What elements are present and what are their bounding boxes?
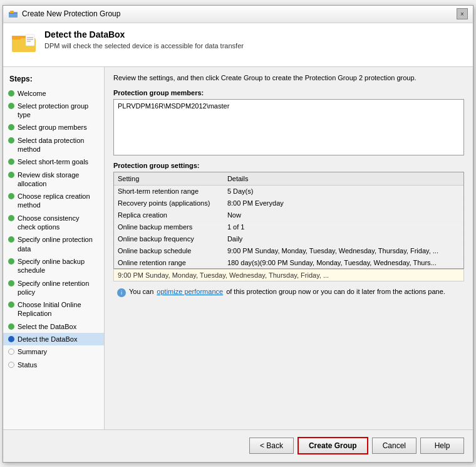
- sidebar-item-detect-the-databox[interactable]: Detect the DataBox: [3, 333, 104, 345]
- step-label-ccco: Choose consistency check options: [18, 214, 99, 232]
- main-content: Steps: Welcome Select protection group t…: [3, 67, 473, 429]
- step-dot-crcm: [8, 193, 14, 199]
- svg-rect-6: [26, 34, 34, 46]
- members-box: PLRVDPM16R\MSDPM2012\master: [113, 99, 464, 155]
- table-row: Replica creation Now: [114, 209, 463, 221]
- sidebar-item-welcome[interactable]: Welcome: [3, 87, 104, 100]
- details-cell: 1 of 1: [224, 221, 463, 233]
- step-label-crcm: Choose replica creation method: [18, 192, 99, 210]
- step-dot-rdsa: [8, 172, 14, 178]
- help-button[interactable]: Help: [420, 438, 464, 454]
- header-title: Detect the DataBox: [44, 29, 244, 39]
- step-label-sgm: Select group members: [18, 123, 87, 132]
- step-dot-stdb: [8, 323, 14, 330]
- step-label-summary: Summary: [18, 347, 47, 356]
- sidebar-item-review-disk-storage[interactable]: Review disk storage allocation: [3, 169, 104, 191]
- tooltip-text: 9:00 PM Sunday, Monday, Tuesday, Wednesd…: [118, 271, 329, 279]
- svg-rect-5: [12, 36, 21, 39]
- step-dot-sdpm: [8, 137, 14, 144]
- sidebar-item-specify-online-backup-schedule[interactable]: Specify online backup schedule: [3, 255, 104, 277]
- step-label-welcome: Welcome: [18, 89, 46, 98]
- title-bar: Create New Protection Group ×: [3, 6, 473, 23]
- table-row: Online retention range 180 day(s)(9:00 P…: [114, 256, 463, 268]
- step-label-sorp: Specify online retention policy: [18, 279, 99, 297]
- details-cell: 180 day(s)(9:00 PM Sunday, Monday, Tuesd…: [224, 256, 463, 268]
- setting-cell: Recovery points (applications): [114, 197, 224, 209]
- close-button[interactable]: ×: [457, 8, 468, 19]
- table-row: Online backup members 1 of 1: [114, 221, 463, 233]
- step-dot-sobs: [8, 258, 14, 265]
- col-header-details: Details: [224, 172, 463, 186]
- back-button[interactable]: < Back: [249, 438, 294, 454]
- step-label-sobs: Specify online backup schedule: [18, 257, 99, 275]
- step-label-spgt: Select protection group type: [18, 102, 99, 120]
- step-dot-summary: [8, 349, 14, 355]
- optimize-performance-link[interactable]: optimize performance: [157, 288, 223, 295]
- info-text-suffix: of this protection group now or you can …: [226, 288, 445, 295]
- sidebar-item-select-data-protection-method[interactable]: Select data protection method: [3, 134, 104, 156]
- sidebar-item-specify-online-retention[interactable]: Specify online retention policy: [3, 277, 104, 299]
- step-dot-sstg: [8, 159, 14, 165]
- svg-rect-2: [9, 13, 18, 14]
- step-label-rdsa: Review disk storage allocation: [18, 171, 99, 189]
- header-section: Detect the DataBox DPM will check the se…: [3, 23, 473, 67]
- info-text-prefix: You can: [129, 288, 153, 295]
- step-label-sopd: Specify online protection data: [18, 235, 99, 253]
- dialog-title: Create New Protection Group: [22, 9, 120, 18]
- svg-rect-1: [10, 11, 14, 13]
- setting-cell: Online backup schedule: [114, 244, 224, 256]
- step-label-stdb: Select the DataBox: [18, 322, 76, 331]
- sidebar-item-specify-online-protection[interactable]: Specify online protection data: [3, 233, 104, 255]
- steps-label: Steps:: [3, 72, 104, 87]
- setting-cell: Online backup frequency: [114, 233, 224, 244]
- sidebar-item-select-the-databox[interactable]: Select the DataBox: [3, 320, 104, 333]
- details-cell: 8:00 PM Everyday: [224, 197, 463, 209]
- table-row: Short-term retention range 5 Day(s): [114, 185, 463, 197]
- step-dot-sopd: [8, 236, 14, 243]
- sidebar-item-select-short-term-goals[interactable]: Select short-term goals: [3, 155, 104, 168]
- sidebar-item-choose-initial-online-replication[interactable]: Choose Initial Online Replication: [3, 298, 104, 320]
- setting-cell: Online retention range: [114, 256, 224, 268]
- step-dot-dtdb: [8, 336, 14, 342]
- setting-cell: Online backup members: [114, 221, 224, 233]
- sidebar-item-select-group-members[interactable]: Select group members: [3, 121, 104, 134]
- step-label-status: Status: [18, 360, 37, 369]
- step-dot-ccco: [8, 215, 14, 221]
- intro-text: Review the settings, and then click Crea…: [113, 73, 464, 83]
- dialog: Create New Protection Group × Detect the…: [3, 5, 473, 463]
- sidebar-item-choose-replica-creation[interactable]: Choose replica creation method: [3, 190, 104, 212]
- sidebar-item-summary[interactable]: Summary: [3, 345, 104, 358]
- title-bar-left: Create New Protection Group: [8, 9, 120, 19]
- table-row: Online backup frequency Daily: [114, 233, 463, 244]
- step-dot-sorp: [8, 280, 14, 286]
- cancel-button[interactable]: Cancel: [372, 438, 416, 454]
- step-label-sdpm: Select data protection method: [18, 136, 99, 154]
- setting-cell: Replica creation: [114, 209, 224, 221]
- sidebar-item-select-protection-group-type[interactable]: Select protection group type: [3, 100, 104, 122]
- create-group-button[interactable]: Create Group: [298, 437, 368, 454]
- sidebar: Steps: Welcome Select protection group t…: [3, 67, 105, 429]
- details-cell: 5 Day(s): [224, 185, 463, 197]
- details-cell: 9:00 PM Sunday, Monday, Tuesday, Wednesd…: [224, 244, 463, 256]
- step-label-sstg: Select short-term goals: [18, 157, 88, 166]
- step-dot-status: [8, 362, 14, 368]
- footer: < Back Create Group Cancel Help: [3, 429, 473, 462]
- app-icon: [8, 9, 18, 19]
- sidebar-item-choose-consistency-check[interactable]: Choose consistency check options: [3, 212, 104, 234]
- settings-table-container: Setting Details Short-term retention ran…: [113, 172, 464, 269]
- table-row: Online backup schedule 9:00 PM Sunday, M…: [114, 244, 463, 256]
- members-value: PLRVDPM16R\MSDPM2012\master: [118, 102, 229, 110]
- sidebar-item-status[interactable]: Status: [3, 359, 104, 371]
- step-label-dtdb: Detect the DataBox: [18, 335, 77, 344]
- settings-label: Protection group settings:: [113, 162, 464, 169]
- info-icon: i: [117, 288, 126, 297]
- table-row: Recovery points (applications) 8:00 PM E…: [114, 197, 463, 209]
- setting-cell: Short-term retention range: [114, 185, 224, 197]
- tooltip-row: 9:00 PM Sunday, Monday, Tuesday, Wednesd…: [113, 269, 464, 281]
- step-dot-spgt: [8, 103, 14, 109]
- header-text: Detect the DataBox DPM will check the se…: [44, 29, 244, 50]
- col-header-setting: Setting: [114, 172, 224, 186]
- content-area: Review the settings, and then click Crea…: [105, 67, 473, 429]
- members-label: Protection group members:: [113, 89, 464, 97]
- step-dot-cior: [8, 302, 14, 308]
